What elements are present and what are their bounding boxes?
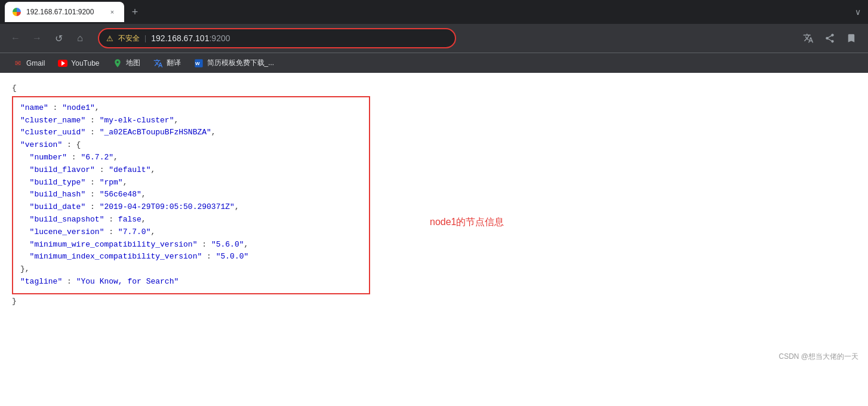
bookmark-youtube-label: YouTube <box>71 59 99 67</box>
bookmark-translate-label: 翻译 <box>167 58 181 68</box>
json-line-14: }, <box>20 263 362 276</box>
json-line-9: "build_date" : "2019-04-29T09:05:50.2903… <box>20 201 362 214</box>
address-bar-row: ← → ↺ ⌂ ⚠ 不安全 | 192.168.67.101:9200 <box>0 24 868 53</box>
json-line-15: "tagline" : "You Know, for Search" <box>20 276 362 288</box>
home-button[interactable]: ⌂ <box>72 30 88 47</box>
json-line-1: "name" : "node1", <box>20 102 362 115</box>
page-content: { "name" : "node1", "cluster_name" : "my… <box>0 73 868 371</box>
address-port: :9200 <box>209 33 230 43</box>
youtube-icon <box>58 59 67 68</box>
svg-text:W: W <box>195 61 200 66</box>
insecure-label: 不安全 <box>118 33 140 44</box>
json-line-13: "minimum_index_compatibility_version" : … <box>20 251 362 263</box>
json-outer-open: { <box>12 82 856 95</box>
bookmark-translate[interactable]: 翻译 <box>147 56 187 70</box>
share-button[interactable] <box>820 29 839 48</box>
json-line-5: "number" : "6.7.2", <box>20 152 362 164</box>
tab-bar: 192.168.67.101:9200 × + ∨ <box>0 0 868 24</box>
reload-button[interactable]: ↺ <box>50 30 67 47</box>
tab-close-button[interactable]: × <box>107 7 117 17</box>
tab-title: 192.168.67.101:9200 <box>26 8 103 16</box>
bookmark-maps-label: 地图 <box>126 58 140 68</box>
address-bar-container: ⚠ 不安全 | 192.168.67.101:9200 <box>98 28 456 48</box>
gmail-icon: ✉ <box>13 59 23 68</box>
annotation-label: node1的节点信息 <box>430 216 504 229</box>
address-url: 192.168.67.101:9200 <box>151 33 230 43</box>
json-box: "name" : "node1", "cluster_name" : "my-e… <box>12 96 370 294</box>
bookmark-button[interactable] <box>842 29 861 48</box>
word-icon: W <box>194 59 204 68</box>
insecure-icon: ⚠ <box>106 34 113 43</box>
translate-icon <box>153 59 163 68</box>
json-line-2: "cluster_name" : "my-elk-cluster", <box>20 115 362 127</box>
bookmark-resume[interactable]: W 简历模板免费下载_... <box>188 56 281 70</box>
json-line-11: "lucene_version" : "7.7.0", <box>20 226 362 239</box>
json-line-10: "build_snapshot" : false, <box>20 214 362 226</box>
browser-chrome: 192.168.67.101:9200 × + ∨ ← → ↺ ⌂ ⚠ 不安全 … <box>0 0 868 73</box>
json-outer-close: } <box>12 296 856 308</box>
translate-button[interactable] <box>799 29 818 48</box>
bookmark-resume-label: 简历模板免费下载_... <box>207 58 275 68</box>
maps-icon <box>113 59 122 68</box>
address-separator: | <box>144 34 146 42</box>
bookmark-maps[interactable]: 地图 <box>107 56 146 70</box>
json-line-7: "build_type" : "rpm", <box>20 177 362 189</box>
bookmark-gmail[interactable]: ✉ Gmail <box>7 56 51 70</box>
address-bar[interactable]: ⚠ 不安全 | 192.168.67.101:9200 <box>98 28 456 48</box>
bookmark-gmail-label: Gmail <box>26 59 45 67</box>
json-line-6: "build_flavor" : "default", <box>20 164 362 177</box>
active-tab[interactable]: 192.168.67.101:9200 × <box>5 2 124 22</box>
back-button[interactable]: ← <box>7 30 24 47</box>
json-line-12: "minimum_wire_compatibility_version" : "… <box>20 239 362 251</box>
address-bar-actions <box>799 29 861 48</box>
json-line-4: "version" : { <box>20 139 362 152</box>
bookmarks-bar: ✉ Gmail YouTube 地图 翻译 W <box>0 53 868 73</box>
forward-button[interactable]: → <box>29 30 45 47</box>
json-line-3: "cluster_uuid" : "_a02EAcBToupuBFzHSNBZA… <box>20 127 362 139</box>
watermark: CSDN @想当大佬的一天 <box>778 352 858 362</box>
tab-list-chevron[interactable]: ∨ <box>852 5 863 19</box>
new-tab-button[interactable]: + <box>127 4 143 20</box>
json-display: { "name" : "node1", "cluster_name" : "my… <box>12 82 856 308</box>
address-host: 192.168.67.101 <box>151 33 209 43</box>
json-line-8: "build_hash" : "56c6e48", <box>20 189 362 201</box>
tab-favicon <box>12 7 21 17</box>
bookmark-youtube[interactable]: YouTube <box>52 56 105 70</box>
